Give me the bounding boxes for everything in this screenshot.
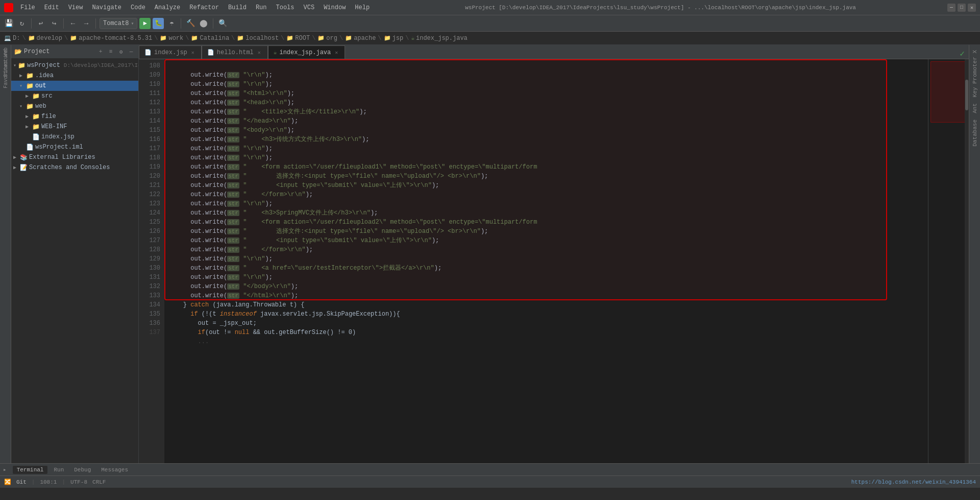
menu-analyze[interactable]: Analyze [151,3,184,12]
tree-label: External Libraries [29,154,95,161]
tree-label: wsProject [27,62,60,69]
add-button[interactable]: + [96,47,105,56]
menu-refactor[interactable]: Refactor [185,3,223,12]
menu-window[interactable]: Window [320,3,350,12]
combo-arrow-icon: ▾ [131,20,134,27]
folder-icon: 📁 [32,123,40,131]
tree-label: index.jsp [41,133,75,140]
menu-tools[interactable]: Tools [272,3,299,12]
menu-code[interactable]: Code [127,3,150,12]
tree-item-out[interactable]: ▾ 📁 out [11,81,138,91]
code-editor[interactable]: 108 109 110 111 112 113 114 115 116 117 … [139,59,969,463]
bottom-tab-terminal[interactable]: Terminal [13,466,48,474]
breadcrumb-root[interactable]: 📁ROOT [286,35,310,42]
tab-close-hellohtml[interactable]: ✕ [256,50,262,56]
tree-item-wsproject[interactable]: ▾ 📁 wsProject D:\develop\IDEA_2017\IdeaP… [11,60,138,70]
tab-close-indexjspjava[interactable]: ✕ [333,50,339,56]
bottom-tabs: ▸ Terminal Run Debug Messages [0,463,980,475]
toolbar-separator-3 [95,18,96,29]
window-controls[interactable]: — □ ✕ [947,4,976,12]
expand-icon: ▶ [26,93,31,99]
sync-button[interactable]: ↻ [16,18,28,29]
tab-indexjsp[interactable]: 📄 index.jsp ✕ [139,45,202,59]
tree-label: file [41,113,56,120]
favorites-tool-button[interactable]: Favorites [1,69,11,80]
menu-vcs[interactable]: VCS [300,3,319,12]
breadcrumb-d[interactable]: 💻D: [4,35,20,42]
nav-forward-button[interactable]: → [81,18,92,29]
menu-navigate[interactable]: Navigate [88,3,126,12]
settings-gear-icon[interactable]: ⚙ [117,47,125,56]
bottom-tab-messages[interactable]: Messages [97,466,132,474]
code-content-area[interactable]: out.write(str "\r\n"); out.write(str "\r… [164,59,928,463]
menu-bar[interactable]: File Edit View Navigate Code Analyze Ref… [16,3,374,12]
jsp-tab-icon: 📄 [144,49,152,56]
line-ending-indicator[interactable]: CRLF [92,479,106,485]
tabs-bar: 📄 index.jsp ✕ 📄 hello.html ✕ ☕ index_jsp… [139,45,969,59]
tree-item-libraries[interactable]: ▶ 📚 External Libraries [11,152,138,162]
tree-item-scratches[interactable]: ▶ 📝 Scratches and Consoles [11,162,138,173]
breadcrumb-localhost[interactable]: 📁localhost [237,35,279,42]
tree-label: Scratches and Consoles [29,164,110,171]
tree-item-iml[interactable]: ▶ 📄 wsProject.iml [11,142,138,152]
tree-item-indexjsp[interactable]: ▶ 📄 index.jsp [11,132,138,142]
close-panel-button[interactable]: — [127,47,135,56]
tab-hellohtml[interactable]: 📄 hello.html ✕ [202,45,268,59]
breadcrumb-work[interactable]: 📁work [160,35,183,42]
debug-button[interactable]: 🐛 [153,18,164,29]
breadcrumb-develop[interactable]: 📁develop [28,35,62,42]
save-all-button[interactable]: 💾 [3,18,14,29]
breadcrumb-jsp[interactable]: 📁jsp [384,35,404,42]
window-title: wsProject [D:\develop\IDEA_2017\IdeaProj… [374,5,947,11]
tree-item-webinf[interactable]: ▶ 📁 WEB-INF [11,122,138,132]
nav-back-button[interactable]: ← [67,18,79,29]
tree-label: wsProject.iml [35,144,83,151]
folder-icon: 📁 [286,35,293,41]
menu-edit[interactable]: Edit [40,3,63,12]
minimize-button[interactable]: — [947,4,955,12]
maximize-button[interactable]: □ [958,4,966,12]
code-text[interactable]: out.write(str "\r\n"); out.write(str "\r… [164,59,928,358]
bottom-tab-debug[interactable]: Debug [70,466,95,474]
vcs-branch[interactable]: Git [16,479,27,485]
redo-button[interactable]: ↪ [48,18,60,29]
run-button[interactable]: ▶ [139,18,151,29]
tab-close-indexjsp[interactable]: ✕ [190,50,196,56]
menu-help[interactable]: Help [351,3,374,12]
toolbar-separator-5 [213,18,213,29]
tree-item-file[interactable]: ▶ 📁 file [11,111,138,122]
scratches-icon: 📝 [20,164,28,172]
search-button[interactable]: 🔍 [217,18,228,29]
status-url[interactable]: https://blog.csdn.net/weixin_43941364 [851,479,976,485]
menu-file[interactable]: File [16,3,39,12]
tree-item-web[interactable]: ▾ 📁 web [11,101,138,111]
filter-button[interactable]: ≡ [107,47,115,56]
key-promoter-button[interactable]: Key Promoter X [970,47,979,100]
breadcrumb-tomcat[interactable]: 📁apache-tomcat-8.5.31 [70,35,152,42]
undo-button[interactable]: ↩ [35,18,46,29]
tree-item-src[interactable]: ▶ 📁 src [11,91,138,101]
folder-icon: 📁 [28,35,35,41]
coverage-button[interactable]: ☂ [166,18,177,29]
breadcrumb-file[interactable]: ☕index_jsp.java [411,35,467,42]
database-button[interactable]: Database [970,116,979,150]
toggle-bp-button[interactable]: ⬤ [198,18,209,29]
terminal-icon: ▸ [3,466,7,473]
breadcrumb-org[interactable]: 📁org [317,35,337,42]
ant-button[interactable]: Ant [970,100,979,116]
tree-item-idea[interactable]: ▶ 📁 .idea [11,70,138,81]
close-button[interactable]: ✕ [968,4,976,12]
menu-view[interactable]: View [64,3,87,12]
build-button[interactable]: 🔨 [185,18,196,29]
menu-run[interactable]: Run [252,3,271,12]
breadcrumb-catalina[interactable]: 📁Catalina [191,35,229,42]
encoding-indicator[interactable]: UTF-8 [70,479,87,485]
bottom-tab-run[interactable]: Run [50,466,68,474]
tab-indexjspjava[interactable]: ☕ index_jsp.java ✕ [268,45,345,59]
breadcrumb-apache[interactable]: 📁apache [345,35,376,42]
run-config-combo[interactable]: Tomcat8 ▾ [100,18,137,29]
project-panel: 📂 Project + ≡ ⚙ — ▾ 📁 wsProject D:\devel… [11,45,139,463]
xml-file-icon: 📄 [26,144,34,151]
menu-build[interactable]: Build [224,3,251,12]
tree-label: out [35,82,46,89]
